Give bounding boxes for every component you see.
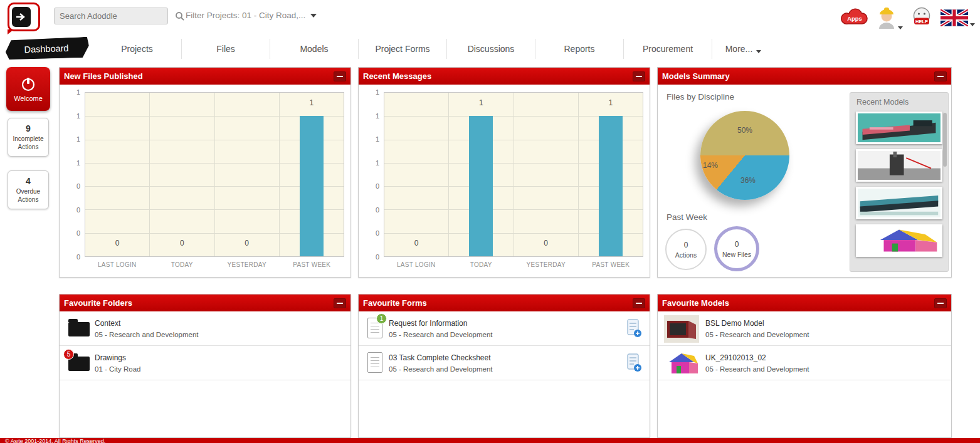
count-badge: 5 bbox=[63, 349, 74, 360]
chart-column: 1 bbox=[578, 93, 643, 256]
tab-label: Dashboard bbox=[24, 43, 68, 54]
create-form-icon[interactable] bbox=[627, 353, 642, 372]
plot-area: 0001 bbox=[85, 92, 344, 257]
minimize-button[interactable] bbox=[633, 298, 645, 308]
user-avatar-menu[interactable] bbox=[877, 6, 903, 29]
panel-favourite-folders: Favourite Folders Context 05 - Research … bbox=[59, 294, 351, 438]
y-tick-label: 1 bbox=[376, 88, 379, 96]
count-badge: 1 bbox=[376, 313, 387, 324]
favourite-folder-row[interactable]: 5 Drawings 01 - City Road bbox=[60, 346, 350, 380]
form-icon bbox=[367, 352, 382, 373]
category-label: YESTERDAY bbox=[214, 261, 280, 271]
overdue-actions-box[interactable]: 4 Overdue Actions bbox=[8, 170, 49, 209]
avatar bbox=[877, 6, 896, 29]
minimize-button[interactable] bbox=[934, 71, 947, 81]
search-input[interactable] bbox=[55, 8, 175, 24]
minus-icon bbox=[636, 76, 642, 77]
incomplete-actions-box[interactable]: 9 Incomplete Actions bbox=[8, 118, 49, 157]
minimize-button[interactable] bbox=[934, 298, 947, 308]
tab-label: Files bbox=[216, 44, 235, 54]
pie-slice-label: 14% bbox=[703, 161, 718, 170]
uk-flag-icon bbox=[940, 9, 968, 26]
recent-model-thumbnail[interactable] bbox=[856, 224, 942, 257]
model-render bbox=[858, 151, 940, 180]
category-label: TODAY bbox=[150, 261, 215, 271]
folder-name: Context bbox=[95, 319, 120, 328]
help-button[interactable]: HELP bbox=[910, 6, 933, 29]
apps-button[interactable]: Apps bbox=[840, 6, 870, 29]
panel-body: 11110000 0001 LAST LOGINTODAYYESTERDAYPA… bbox=[60, 85, 350, 277]
tab-label: Procurement bbox=[643, 44, 693, 54]
minimize-button[interactable] bbox=[334, 71, 346, 81]
value-label: 1 bbox=[579, 98, 643, 107]
bar bbox=[469, 116, 493, 256]
panel-title: Favourite Folders bbox=[64, 298, 334, 308]
minimize-button[interactable] bbox=[633, 71, 645, 81]
language-flag-menu[interactable] bbox=[940, 9, 975, 26]
search-box bbox=[54, 8, 168, 24]
category-label: TODAY bbox=[449, 261, 514, 271]
value-label: 0 bbox=[384, 239, 448, 248]
new-files-stat-circle[interactable]: 0 New Files bbox=[714, 226, 759, 271]
value-label: 0 bbox=[85, 239, 149, 248]
x-axis: LAST LOGINTODAYYESTERDAYPAST WEEK bbox=[85, 261, 344, 271]
tab-reports[interactable]: Reports bbox=[535, 39, 623, 59]
chart-column: 0 bbox=[514, 93, 578, 256]
favourite-folder-row[interactable]: Context 05 - Research and Development bbox=[60, 311, 350, 346]
actions-stat-circle[interactable]: 0 Actions bbox=[665, 229, 707, 270]
tab-files[interactable]: Files bbox=[181, 39, 270, 59]
recent-models-label: Recent Models bbox=[856, 98, 948, 107]
filter-projects-dropdown[interactable]: Filter Projects: 01 - City Road,... bbox=[186, 11, 317, 20]
panel-header: New Files Published bbox=[60, 68, 350, 85]
tab-procurement[interactable]: Procurement bbox=[623, 39, 712, 59]
panel-title: Recent Messages bbox=[363, 71, 633, 81]
x-axis: LAST LOGINTODAYYESTERDAYPAST WEEK bbox=[384, 261, 643, 271]
y-tick-label: 0 bbox=[376, 253, 379, 261]
y-tick-label: 0 bbox=[76, 206, 80, 214]
y-axis: 11110000 bbox=[65, 92, 83, 257]
help-label: HELP bbox=[915, 19, 928, 24]
tab-more[interactable]: More... bbox=[712, 39, 774, 59]
overdue-actions-label: Overdue Actions bbox=[9, 188, 47, 204]
tab-projects[interactable]: Projects bbox=[93, 39, 181, 59]
favourite-model-row[interactable]: UK_29102013_02 05 - Research and Develop… bbox=[658, 346, 951, 380]
recent-model-thumbnail[interactable] bbox=[856, 187, 942, 219]
panel-body: 1 Request for Information 05 - Research … bbox=[359, 311, 650, 437]
panel-favourite-forms: Favourite Forms 1 Request for Informatio… bbox=[358, 294, 650, 438]
panel-title: New Files Published bbox=[64, 71, 334, 81]
category-label: PAST WEEK bbox=[579, 261, 644, 271]
value-label: 0 bbox=[514, 239, 578, 248]
tab-models[interactable]: Models bbox=[270, 39, 358, 59]
recent-models-panel: Recent Models bbox=[850, 92, 949, 272]
tab-label: Reports bbox=[564, 44, 594, 54]
tab-label: Discussions bbox=[468, 44, 515, 54]
tab-dashboard[interactable]: Dashboard bbox=[3, 37, 89, 61]
create-form-icon[interactable] bbox=[627, 319, 642, 338]
favourite-form-row[interactable]: 03 Task Complete Checksheet 05 - Researc… bbox=[359, 346, 650, 380]
favourite-model-row[interactable]: BSL Demo Model 05 - Research and Develop… bbox=[658, 311, 951, 346]
panel-new-files-published: New Files Published 11110000 0001 LAST L… bbox=[59, 67, 351, 278]
recent-models-scrollbar[interactable] bbox=[943, 113, 947, 167]
overdue-actions-count: 4 bbox=[9, 176, 47, 186]
y-tick-label: 1 bbox=[76, 88, 80, 96]
tab-label: Models bbox=[300, 44, 328, 54]
model-render bbox=[858, 189, 940, 217]
panel-body: 11110000 0101 LAST LOGINTODAYYESTERDAYPA… bbox=[359, 85, 650, 277]
tab-project-forms[interactable]: Project Forms bbox=[358, 39, 446, 59]
nav-tabs: Projects Files Models Project Forms Disc… bbox=[93, 39, 774, 59]
sidebar-welcome-button[interactable]: Welcome bbox=[6, 67, 50, 111]
chevron-down-icon bbox=[756, 50, 761, 53]
chart-column: 0 bbox=[85, 93, 149, 256]
tab-discussions[interactable]: Discussions bbox=[446, 39, 535, 59]
recent-model-thumbnail[interactable] bbox=[856, 112, 942, 144]
panel-header: Favourite Forms bbox=[359, 294, 650, 311]
panel-body: Context 05 - Research and Development 5 … bbox=[60, 311, 350, 437]
recent-model-thumbnail[interactable] bbox=[856, 149, 942, 182]
favourite-form-row[interactable]: 1 Request for Information 05 - Research … bbox=[359, 311, 650, 346]
value-label: 0 bbox=[150, 239, 214, 248]
adoddle-logo[interactable] bbox=[8, 3, 40, 31]
y-tick-label: 0 bbox=[376, 229, 379, 237]
minimize-button[interactable] bbox=[334, 298, 346, 308]
tab-label: More... bbox=[725, 44, 753, 54]
search-icon[interactable] bbox=[175, 8, 185, 24]
